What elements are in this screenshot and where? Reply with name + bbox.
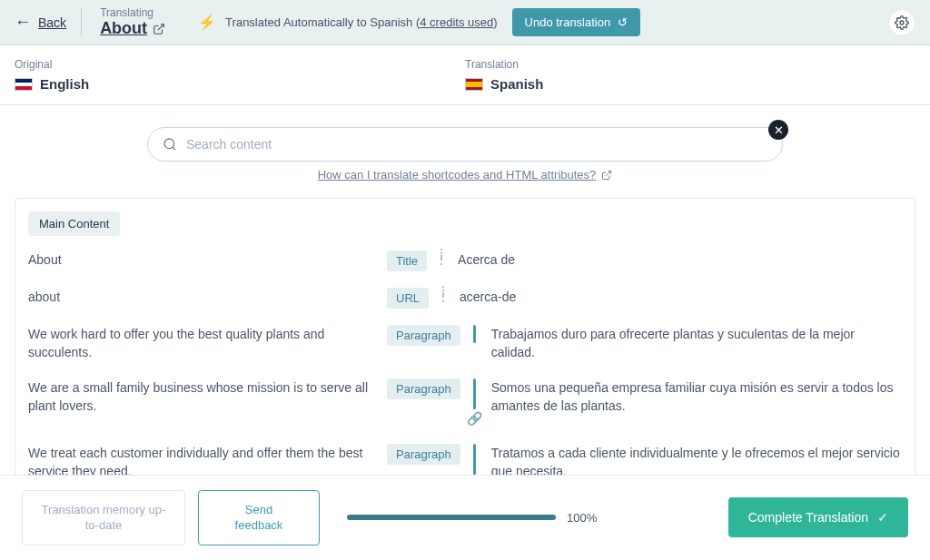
translation-row[interactable]: AboutTitle⋮⋮Acerca de (28, 251, 902, 271)
bar-icon (473, 325, 476, 343)
svg-line-4 (606, 171, 611, 176)
search-clear-button[interactable]: ✕ (768, 120, 788, 140)
original-text[interactable]: About (28, 251, 387, 269)
translation-language-col: Translation Spanish (465, 58, 915, 92)
search-box[interactable] (147, 127, 783, 162)
auto-suffix: ) (493, 15, 497, 29)
bolt-icon: ⚡ (198, 14, 216, 31)
row-divider (466, 325, 484, 343)
original-text[interactable]: We are a small family business whose mis… (28, 378, 387, 416)
original-text[interactable]: about (28, 288, 387, 306)
auto-translate-text: Translated Automatically to Spanish (4 c… (225, 15, 497, 29)
page-name[interactable]: About (100, 19, 165, 38)
help-link-text: How can I translate shortcodes and HTML … (318, 168, 597, 182)
content-type-badge: Paragraph (387, 444, 460, 465)
send-feedback-button[interactable]: Send feedback (198, 490, 320, 545)
search-wrapper: ✕ (147, 105, 783, 167)
check-icon: ✓ (877, 510, 888, 525)
undo-icon: ↺ (618, 15, 628, 29)
translated-text[interactable]: acerca-de (452, 288, 902, 306)
spain-flag-icon (465, 78, 483, 91)
original-text[interactable]: We work hard to offer you the best quali… (28, 325, 387, 362)
language-row: Original English Translation Spanish (0, 45, 930, 105)
credits-used[interactable]: 4 credits used (420, 15, 493, 29)
header-bar: ← Back Translating About ⚡ Translated Au… (0, 0, 930, 45)
translating-label: Translating (100, 6, 165, 19)
translation-language-name: Spanish (490, 76, 543, 92)
svg-point-2 (164, 139, 174, 149)
settings-button[interactable] (888, 9, 915, 36)
external-link-icon (601, 170, 612, 181)
translation-row[interactable]: We work hard to offer you the best quali… (28, 325, 902, 362)
progress-fill (347, 515, 556, 520)
row-divider: ⋮⋮ (432, 251, 450, 263)
original-language-name: English (40, 76, 89, 92)
translation-rows: AboutTitle⋮⋮Acerca deaboutURL⋮⋮acerca-de… (28, 251, 902, 497)
undo-translation-button[interactable]: Undo translation ↺ (512, 8, 641, 36)
svg-point-1 (900, 21, 904, 25)
translation-language: Spanish (465, 76, 915, 92)
external-link-icon (153, 23, 165, 35)
row-divider: 🔗 (466, 378, 484, 427)
svg-line-0 (158, 24, 163, 29)
content-panel[interactable]: Main Content AboutTitle⋮⋮Acerca deaboutU… (15, 198, 915, 497)
page-title-section: Translating About (82, 6, 180, 38)
bar-icon (473, 378, 476, 409)
uk-flag-icon (15, 78, 33, 91)
progress-wrapper: 100% (347, 511, 597, 525)
complete-label: Complete Translation (748, 510, 868, 525)
row-divider: ⋮⋮ (434, 288, 452, 300)
translation-memory-status: Translation memory up-to-date (22, 490, 185, 545)
translated-text[interactable]: Acerca de (450, 251, 902, 269)
bar-icon (473, 444, 476, 475)
translation-row[interactable]: aboutURL⋮⋮acerca-de (28, 288, 902, 309)
auto-translate-info: ⚡ Translated Automatically to Spanish (4… (198, 8, 640, 36)
undo-label: Undo translation (525, 15, 611, 29)
auto-prefix: Translated Automatically to Spanish ( (225, 15, 420, 29)
progress-percent: 100% (567, 511, 597, 525)
link-icon[interactable]: 🔗 (467, 411, 482, 426)
back-section[interactable]: ← Back (15, 7, 82, 37)
original-label: Original (15, 58, 465, 71)
progress-bar (347, 515, 556, 520)
dots-icon: ⋮⋮ (435, 251, 449, 263)
content-type-badge: Paragraph (387, 378, 460, 399)
page-name-text: About (100, 19, 147, 38)
translation-row[interactable]: We are a small family business whose mis… (28, 378, 902, 427)
content-type-badge: Title (387, 251, 427, 271)
search-icon (163, 137, 177, 152)
translated-text[interactable]: Somos una pequeña empresa familiar cuya … (484, 378, 902, 416)
section-badge: Main Content (28, 211, 120, 236)
translated-text[interactable]: Trabajamos duro para ofrecerte plantas y… (484, 325, 902, 362)
content-type-badge: URL (387, 288, 429, 309)
search-input[interactable] (186, 137, 767, 152)
svg-line-3 (173, 147, 175, 150)
original-language: English (15, 76, 465, 92)
help-link[interactable]: How can I translate shortcodes and HTML … (0, 168, 930, 182)
translation-label: Translation (465, 58, 915, 71)
gear-icon (895, 15, 909, 30)
back-link[interactable]: Back (38, 15, 66, 30)
content-type-badge: Paragraph (387, 325, 460, 346)
footer-bar: Translation memory up-to-date Send feedb… (0, 475, 930, 560)
complete-translation-button[interactable]: Complete Translation ✓ (728, 497, 908, 537)
original-language-col: Original English (15, 58, 465, 92)
dots-icon: ⋮⋮ (437, 288, 450, 300)
back-arrow-icon: ← (15, 13, 31, 32)
